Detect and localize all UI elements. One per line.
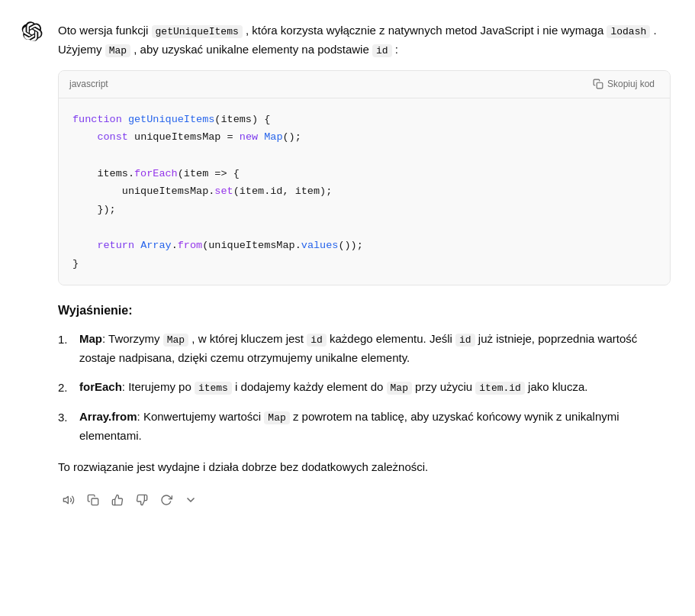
list-item-3: 3. Array.from: Konwertujemy wartości Map… [58, 408, 671, 446]
code-block-header: javascript Skopiuj kod [59, 71, 670, 98]
list-text-3: Array.from: Konwertujemy wartości Map z … [79, 408, 671, 446]
message-content: Oto wersja funkcji getUniqueItems , któr… [58, 18, 671, 509]
explanation-section: Wyjaśnienie: 1. Map: Tworzymy Map , w kt… [58, 301, 671, 446]
inline-code-map4: Map [264, 411, 289, 424]
explanation-title: Wyjaśnienie: [58, 301, 671, 321]
list-item-1: 1. Map: Tworzymy Map , w której kluczem … [58, 330, 671, 368]
copy-response-icon [87, 494, 99, 506]
thumbs-down-button[interactable] [131, 491, 153, 509]
code-language-label: javascript [69, 77, 108, 92]
svg-rect-0 [597, 82, 603, 89]
inline-code-id3: id [455, 334, 475, 347]
inline-code-map3: Map [387, 382, 412, 395]
copy-code-button[interactable]: Skopiuj kod [588, 77, 659, 91]
svg-marker-1 [63, 496, 68, 503]
assistant-avatar [18, 18, 46, 46]
refresh-icon [160, 494, 172, 506]
list-number-1: 1. [58, 330, 73, 349]
code-block-wrapper: javascript Skopiuj kod function getUniqu… [58, 70, 671, 286]
list-number-2: 2. [58, 378, 73, 397]
list-text-1: Map: Tworzymy Map , w której kluczem jes… [79, 330, 671, 368]
volume-button[interactable] [58, 491, 79, 509]
inline-code-itemid: item.id [475, 382, 525, 395]
list-text-2: forEach: Iterujemy po items i dodajemy k… [79, 378, 587, 397]
list-bold-3: Array.from [79, 410, 137, 423]
explanation-list: 1. Map: Tworzymy Map , w której kluczem … [58, 330, 671, 446]
list-item-2: 2. forEach: Iterujemy po items i dodajem… [58, 378, 671, 397]
inline-code-id2: id [307, 334, 327, 347]
inline-code-map: Map [105, 44, 130, 57]
inline-code-items: items [195, 382, 232, 395]
inline-code-map2: Map [163, 334, 188, 347]
svg-rect-2 [92, 498, 98, 505]
list-number-3: 3. [58, 408, 73, 427]
list-bold-1: Map [79, 332, 102, 345]
code-block-content: function getUniqueItems(items) { const u… [59, 98, 670, 285]
action-bar [58, 491, 671, 509]
more-options-button[interactable] [180, 491, 201, 509]
chatgpt-logo-icon [21, 21, 43, 43]
copy-response-button[interactable] [82, 491, 104, 509]
chevron-down-icon [185, 494, 197, 506]
copy-icon [593, 79, 603, 89]
regenerate-button[interactable] [156, 491, 177, 509]
inline-code-id: id [372, 44, 392, 57]
thumbs-down-icon [136, 494, 148, 506]
volume-icon [63, 494, 75, 506]
thumbs-up-button[interactable] [107, 491, 128, 509]
chat-message: Oto wersja funkcji getUniqueItems , któr… [18, 18, 671, 509]
inline-code-getUniqueItems: getUniqueItems [152, 25, 243, 38]
closing-text: To rozwiązanie jest wydajne i działa dob… [58, 458, 671, 477]
list-bold-2: forEach [79, 380, 122, 393]
inline-code-lodash: lodash [607, 25, 650, 38]
intro-paragraph: Oto wersja funkcji getUniqueItems , któr… [58, 21, 671, 60]
thumbs-up-icon [111, 494, 124, 506]
copy-label: Skopiuj kod [607, 79, 655, 89]
